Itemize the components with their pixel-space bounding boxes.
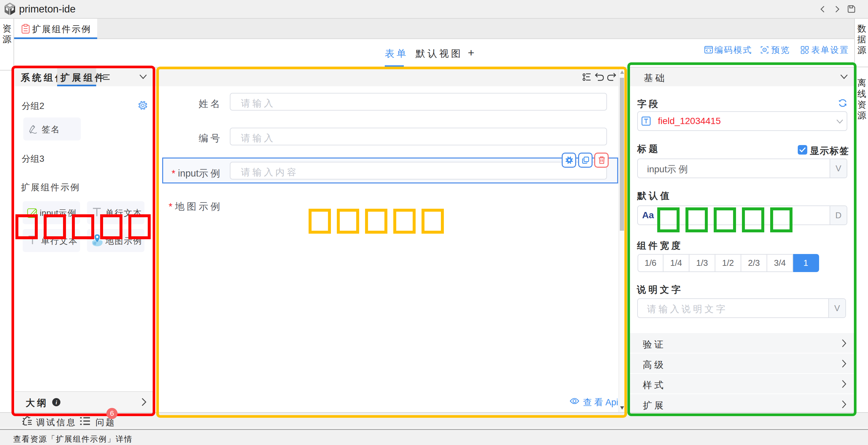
svg-text:i: i [56, 400, 57, 406]
